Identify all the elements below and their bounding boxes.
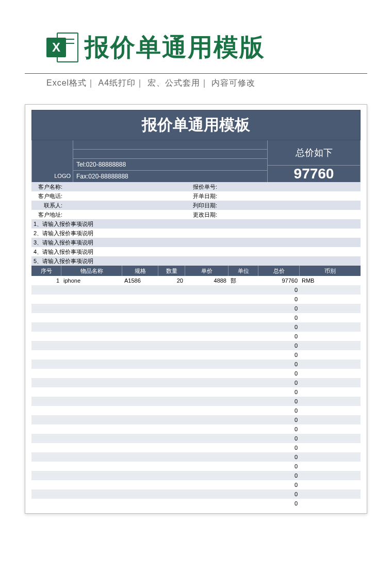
- cell-unit: [228, 360, 258, 369]
- cell-cur: [300, 285, 361, 295]
- cell-name: [61, 350, 122, 360]
- cell-spec: [122, 341, 158, 350]
- cell-unit: [228, 443, 258, 452]
- cell-qty: [158, 499, 185, 508]
- cell-name: [61, 313, 122, 322]
- cell-name: [61, 387, 122, 397]
- cell-price: [185, 313, 228, 322]
- cell-seq: [31, 462, 61, 471]
- cell-seq: [31, 480, 61, 489]
- cell-seq: [31, 406, 61, 415]
- cell-name: [61, 341, 122, 350]
- cell-total: 0: [258, 434, 300, 443]
- cell-unit: [228, 415, 258, 424]
- cell-spec: [122, 304, 158, 313]
- cell-seq: [31, 360, 61, 369]
- instruction-row: 2、请输入报价事项说明: [31, 228, 361, 238]
- cell-unit: [228, 341, 258, 350]
- cell-spec: [122, 387, 158, 397]
- cell-price: [185, 415, 228, 424]
- cell-price: [185, 332, 228, 341]
- field-label: 客户地址:: [31, 210, 63, 219]
- cell-seq: [31, 332, 61, 341]
- cell-price: [185, 387, 228, 397]
- fax-row: Fax:020-88888888: [73, 171, 267, 182]
- cell-price: [185, 378, 228, 387]
- cell-name: [61, 295, 122, 304]
- cell-price: [185, 322, 228, 332]
- cell-seq: [31, 387, 61, 397]
- cell-qty: [158, 285, 185, 295]
- cell-seq: [31, 295, 61, 304]
- cell-spec: [122, 424, 158, 434]
- cell-price: [185, 424, 228, 434]
- cell-spec: A1586: [122, 276, 158, 285]
- table-row: 0: [31, 434, 361, 443]
- cell-unit: [228, 424, 258, 434]
- cell-name: [61, 332, 122, 341]
- cell-name: [61, 378, 122, 387]
- cell-name: [61, 322, 122, 332]
- cell-total: 0: [258, 332, 300, 341]
- cell-seq: [31, 397, 61, 406]
- blank-row: [73, 150, 267, 159]
- cell-name: [61, 424, 122, 434]
- cell-cur: [300, 387, 361, 397]
- cell-price: [185, 471, 228, 480]
- cell-total: 0: [258, 369, 300, 378]
- cell-unit: [228, 295, 258, 304]
- cell-total: 0: [258, 285, 300, 295]
- cell-qty: [158, 480, 185, 489]
- cell-seq: [31, 499, 61, 508]
- total-label: 总价如下: [268, 140, 360, 166]
- cell-cur: [300, 341, 361, 350]
- cell-unit: [228, 285, 258, 295]
- cell-qty: [158, 369, 185, 378]
- cell-name: [61, 360, 122, 369]
- table-row: 0: [31, 332, 361, 341]
- table-row: 0: [31, 285, 361, 295]
- field-label: 列印日期:: [187, 201, 218, 210]
- cell-name: [61, 285, 122, 295]
- cell-price: [185, 480, 228, 489]
- cell-total: 0: [258, 499, 300, 508]
- cell-price: [185, 341, 228, 350]
- cell-price: [185, 397, 228, 406]
- cell-total: 0: [258, 489, 300, 499]
- cell-seq: [31, 489, 61, 499]
- cell-unit: [228, 452, 258, 462]
- cell-cur: [300, 471, 361, 480]
- cell-seq: [31, 424, 61, 434]
- blank-row: [73, 140, 267, 150]
- field-label: 更改日期:: [187, 210, 218, 219]
- cell-price: [185, 285, 228, 295]
- cell-total: 0: [258, 415, 300, 424]
- cell-seq: [31, 313, 61, 322]
- cell-total: 0: [258, 378, 300, 387]
- cell-cur: [300, 378, 361, 387]
- cell-unit: [228, 350, 258, 360]
- instruction-row: 3、请输入报价事项说明: [31, 238, 361, 247]
- cell-spec: [122, 332, 158, 341]
- cell-spec: [122, 378, 158, 387]
- cell-cur: RMB: [300, 276, 361, 285]
- cell-spec: [122, 471, 158, 480]
- cell-cur: [300, 397, 361, 406]
- cell-name: [61, 471, 122, 480]
- cell-name: [61, 304, 122, 313]
- cell-unit: [228, 304, 258, 313]
- cell-price: [185, 295, 228, 304]
- col-header-cur: 币别: [300, 266, 361, 276]
- cell-qty: [158, 434, 185, 443]
- col-header-unit: 单位: [228, 266, 258, 276]
- cell-name: [61, 452, 122, 462]
- cell-qty: [158, 313, 185, 322]
- items-body: 1iphoneA1586204888部97760RMB0000000000000…: [31, 276, 361, 508]
- cell-total: 0: [258, 387, 300, 397]
- cell-cur: [300, 313, 361, 322]
- cell-unit: [228, 489, 258, 499]
- cell-qty: [158, 360, 185, 369]
- cell-total: 0: [258, 322, 300, 332]
- col-header-price: 单价: [185, 266, 228, 276]
- cell-spec: [122, 415, 158, 424]
